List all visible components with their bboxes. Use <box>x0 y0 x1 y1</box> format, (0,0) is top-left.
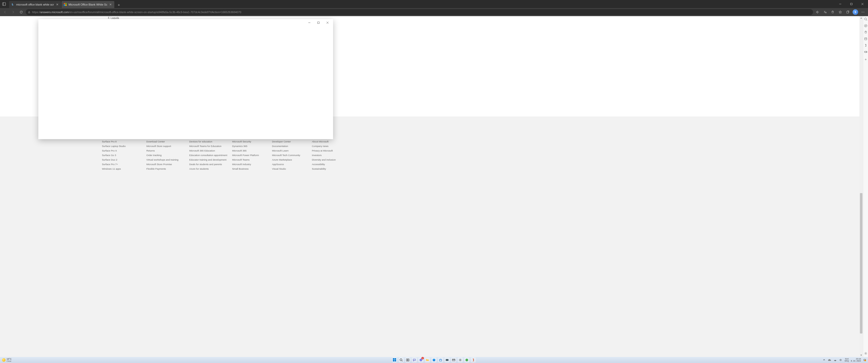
plus-icon[interactable]: ＋ <box>864 58 868 62</box>
mail-button[interactable] <box>451 358 456 363</box>
clock[interactable]: 23:16 8. 10. 2022 <box>851 358 861 362</box>
language-indicator[interactable]: SLK SKQ <box>844 358 849 362</box>
footer-link[interactable]: Education consultation appointment <box>189 154 217 157</box>
footer-link[interactable]: Devices for education <box>189 140 217 143</box>
app-minimize-button[interactable] <box>305 20 314 26</box>
notifications-button[interactable] <box>863 358 867 362</box>
page-scrollbar[interactable]: ▲ ▼ <box>860 16 863 357</box>
minimize-button[interactable] <box>835 0 846 8</box>
footer-link[interactable]: Developer Center <box>272 140 297 143</box>
onedrive-icon[interactable] <box>828 358 831 362</box>
footer-link[interactable]: Microsoft Teams for Education <box>189 145 217 147</box>
footer-link[interactable]: Visual Studio <box>272 167 297 170</box>
maximize-button[interactable] <box>846 0 857 8</box>
search-icon[interactable] <box>864 17 868 21</box>
search-button[interactable] <box>399 358 404 363</box>
network-icon[interactable] <box>833 358 837 362</box>
footer-link[interactable]: Privacy at Microsoft <box>312 149 337 152</box>
pinned-app[interactable] <box>444 358 450 363</box>
footer-link[interactable]: Surface Duo 2 <box>102 158 132 161</box>
tools-icon[interactable] <box>864 37 868 41</box>
collections-button[interactable] <box>844 8 851 15</box>
chevron-up-icon[interactable] <box>822 358 826 362</box>
app-maximize-button[interactable] <box>314 20 323 26</box>
vertical-tabs-button[interactable] <box>0 0 7 7</box>
footer-link[interactable]: Surface Laptop Studio <box>102 145 132 147</box>
footer-link[interactable]: Windows 11 apps <box>102 167 132 170</box>
footer-link[interactable]: Azure Marketplace <box>272 158 297 161</box>
pinned-app[interactable]: 3 <box>418 358 424 363</box>
volume-icon[interactable] <box>839 358 842 362</box>
profile-button[interactable]: S <box>852 8 859 15</box>
weather-widget[interactable]: 15°C Clear <box>0 358 13 362</box>
footer-link[interactable]: Virtual workshops and training <box>146 158 175 161</box>
shopping-icon[interactable] <box>864 30 868 34</box>
office-app-button[interactable] <box>471 358 476 363</box>
chat-button[interactable] <box>412 358 417 363</box>
footer-link[interactable]: Microsoft Tech Community <box>272 154 297 157</box>
app-titlebar[interactable] <box>38 19 333 26</box>
scroll-down-arrow[interactable]: ▼ <box>860 354 863 357</box>
footer-link[interactable]: Sustainability <box>312 167 337 170</box>
store-button[interactable] <box>438 358 443 363</box>
shopping-button[interactable] <box>829 8 836 15</box>
file-explorer-button[interactable] <box>425 358 430 363</box>
footer-link[interactable]: Returns <box>146 149 175 152</box>
forward-button[interactable] <box>9 8 17 15</box>
start-button[interactable] <box>392 358 397 363</box>
footer-link[interactable]: Surface Go 3 <box>102 154 132 157</box>
task-view-button[interactable] <box>405 358 410 363</box>
new-tab-button[interactable]: ＋ <box>116 2 122 8</box>
footer-link[interactable]: Microsoft Store Promise <box>146 163 175 166</box>
footer-link[interactable]: Download Center <box>146 140 175 143</box>
translate-button[interactable] <box>822 8 829 15</box>
footer-link[interactable]: Documentation <box>272 145 297 147</box>
footer-link[interactable]: Microsoft Teams <box>232 158 257 161</box>
footer-link[interactable]: Order tracking <box>146 154 175 157</box>
footer-link[interactable]: Microsoft Store support <box>146 145 175 147</box>
scroll-up-arrow[interactable]: ▲ <box>860 16 863 20</box>
footer-link[interactable]: Microsoft Security <box>232 140 257 143</box>
refresh-button[interactable] <box>18 8 25 15</box>
footer-link[interactable]: Company news <box>312 145 337 147</box>
pinned-app[interactable] <box>464 358 469 363</box>
footer-link[interactable]: Small Business <box>232 167 257 170</box>
footer-link[interactable]: Surface Pro 7+ <box>102 163 132 166</box>
footer-link[interactable]: Microsoft Learn <box>272 149 297 152</box>
address-bar[interactable]: https://answers.microsoft.com/en-us/msof… <box>26 9 813 15</box>
footer-link[interactable]: Azure for students <box>189 167 217 170</box>
app-close-button[interactable] <box>323 20 332 26</box>
footer-link[interactable]: Investors <box>312 154 337 157</box>
footer-link[interactable]: Flexible Payments <box>146 167 175 170</box>
back-button[interactable] <box>1 8 8 15</box>
footer-link[interactable]: Deals for students and parents <box>189 163 217 166</box>
favorites-button[interactable] <box>837 8 844 15</box>
menu-button[interactable] <box>860 8 867 15</box>
tab-bing-search[interactable]: microsoft office blank white scr ✕ <box>9 1 61 8</box>
settings-button[interactable] <box>458 358 463 363</box>
footer-link[interactable]: AppSource <box>272 163 297 166</box>
footer-link[interactable]: Accessibility <box>312 163 337 166</box>
footer-link[interactable]: Microsoft Industry <box>232 163 257 166</box>
footer-link[interactable]: Microsoft 365 <box>232 149 257 152</box>
footer-link[interactable]: Microsoft Power Platform <box>232 154 257 157</box>
footer-link[interactable]: Microsoft 365 Education <box>189 149 217 152</box>
footer-link[interactable]: About Microsoft <box>312 140 337 143</box>
close-icon[interactable]: ✕ <box>56 3 59 6</box>
edge-button[interactable] <box>432 358 436 363</box>
close-icon[interactable]: ✕ <box>109 3 112 6</box>
close-button[interactable] <box>857 0 868 8</box>
games-icon[interactable] <box>864 50 868 54</box>
footer-link[interactable]: Diversity and inclusion <box>312 158 337 161</box>
svg-point-42 <box>460 360 461 361</box>
footer-link[interactable]: Educator training and development <box>189 158 217 161</box>
footer-link[interactable]: Dynamics 365 <box>232 145 257 147</box>
gear-icon[interactable] <box>864 352 868 356</box>
footer-link[interactable]: Surface Pro X <box>102 149 132 152</box>
read-aloud-button[interactable] <box>814 8 821 15</box>
office-icon[interactable] <box>864 43 868 47</box>
footer-link[interactable]: Surface Pro 8 <box>102 140 132 143</box>
discover-icon[interactable] <box>864 24 868 28</box>
tab-answers-microsoft[interactable]: Microsoft Office Blank White Sc ✕ <box>62 1 115 8</box>
scroll-thumb[interactable] <box>860 193 863 333</box>
